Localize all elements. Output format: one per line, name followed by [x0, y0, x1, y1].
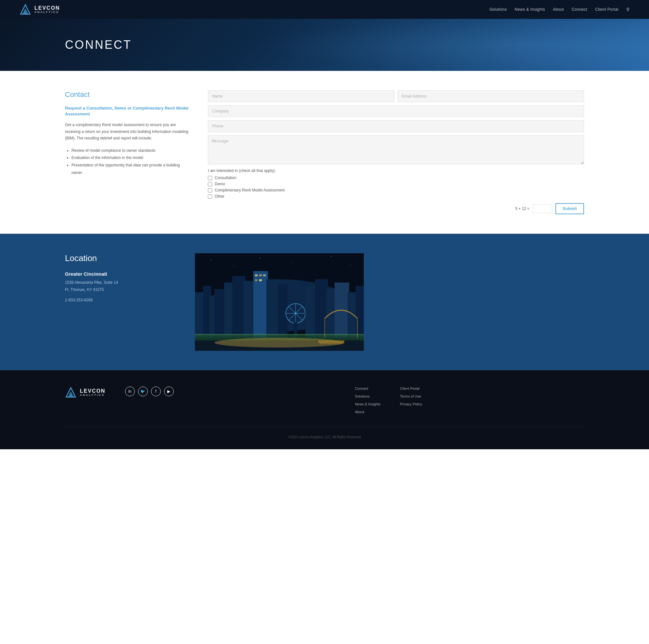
checkbox-revit[interactable]: Complimentary Revit Model Assessment	[208, 188, 584, 193]
email-input[interactable]	[398, 90, 584, 102]
svg-point-6	[260, 258, 260, 258]
location-title: Location	[65, 253, 175, 263]
checkbox-input-consultation[interactable]	[208, 176, 212, 180]
address-line2: Ft. Thomas, KY 41075	[65, 287, 104, 292]
footer-logo-sub: ANALYTICS	[80, 394, 105, 397]
location-phone: 1-833-253-8266	[65, 298, 175, 302]
svg-rect-20	[259, 274, 262, 276]
svg-rect-34	[315, 279, 328, 338]
location-address: 1538 Alexandria Pike, Suite 14 Ft. Thoma…	[65, 279, 175, 293]
checkbox-other[interactable]: Other	[208, 194, 584, 199]
phone-input[interactable]	[208, 120, 584, 132]
contact-form: I am interested in (check all that apply…	[208, 90, 584, 214]
footer-logo-icon	[65, 387, 77, 398]
contact-info: Contact Request a Consultation, Demo or …	[65, 90, 188, 214]
main-content: Contact Request a Consultation, Demo or …	[0, 71, 649, 234]
svg-rect-19	[255, 274, 258, 276]
list-item: Presentation of the opportunity that dat…	[72, 162, 188, 176]
checkbox-demo[interactable]: Demo	[208, 182, 584, 186]
svg-rect-22	[255, 279, 258, 281]
footer-links: Connect Solutions News & Insights About …	[193, 387, 584, 414]
footer-top: LEVCON ANALYTICS in 🐦 f ▶ Connect Soluti…	[65, 387, 584, 414]
footer-link-connect[interactable]: Connect	[355, 387, 381, 391]
footer-link-solutions[interactable]: Solutions	[355, 394, 381, 398]
svg-rect-16	[232, 276, 245, 338]
footer-bottom: ©2021 Levcon Analytics, LLC, All Rights …	[65, 427, 584, 440]
checkbox-label-demo: Demo	[215, 182, 225, 186]
site-footer: LEVCON ANALYTICS in 🐦 f ▶ Connect Soluti…	[0, 370, 649, 449]
facebook-icon[interactable]: f	[151, 387, 161, 396]
footer-link-news[interactable]: News & Insights	[355, 402, 381, 406]
city-image	[195, 253, 364, 351]
address-line1: 1538 Alexandria Pike, Suite 14	[65, 280, 118, 285]
checkbox-label-other: Other	[215, 194, 224, 199]
footer-logo-name: LEVCON	[80, 389, 105, 394]
message-input[interactable]	[208, 135, 584, 164]
twitter-icon[interactable]: 🐦	[138, 387, 148, 396]
interest-label: I am interested in (check all that apply…	[208, 168, 584, 173]
submit-button[interactable]: Submit	[556, 203, 584, 214]
svg-rect-24	[266, 279, 279, 338]
list-item: Evaluation of the information in the mod…	[72, 154, 188, 162]
contact-subtitle: Request a Consultation, Demo or Complime…	[65, 105, 188, 117]
logo-sub: ANALYTICS	[34, 11, 60, 14]
checkbox-input-other[interactable]	[208, 194, 212, 199]
footer-col-1: Connect Solutions News & Insights About	[355, 387, 381, 414]
nav-solutions[interactable]: Solutions	[489, 7, 507, 12]
logo[interactable]: LEVCON ANALYTICS	[19, 4, 60, 15]
checkbox-consultation[interactable]: Consultation	[208, 175, 584, 180]
svg-point-7	[292, 263, 293, 263]
main-nav: Solutions News & Insights About Connect …	[489, 7, 630, 12]
footer-col-2: Client Portal Terms of Use Privacy Polic…	[400, 387, 422, 414]
location-map	[195, 253, 364, 351]
skyline-svg	[195, 253, 364, 351]
footer-logo[interactable]: LEVCON ANALYTICS	[65, 387, 105, 398]
linkedin-icon[interactable]: in	[125, 387, 135, 396]
captcha-input[interactable]	[533, 204, 552, 213]
name-input[interactable]	[208, 90, 394, 102]
svg-rect-42	[318, 340, 344, 343]
list-item: Review of model compliance to owner stan…	[72, 147, 188, 154]
location-city: Greater Cincinnati	[65, 271, 175, 277]
contact-list: Review of model compliance to owner stan…	[65, 147, 188, 176]
captcha-row: 5 + 12 = Submit	[208, 203, 584, 214]
checkbox-input-revit[interactable]	[208, 188, 212, 193]
footer-link-about[interactable]: About	[355, 410, 381, 414]
svg-point-8	[331, 256, 332, 257]
location-section: Location Greater Cincinnati 1538 Alexand…	[0, 234, 649, 370]
checkbox-label-revit: Complimentary Revit Model Assessment	[215, 188, 285, 193]
contact-description: Get a complimentary Revit model assessme…	[65, 122, 188, 142]
search-icon[interactable]: ⚲	[626, 7, 630, 12]
svg-point-9	[350, 264, 351, 265]
svg-rect-44	[195, 334, 364, 335]
nav-client-portal[interactable]: Client Portal	[595, 7, 618, 12]
captcha-text: 5 + 12 =	[515, 206, 529, 211]
nav-about[interactable]: About	[553, 7, 564, 12]
logo-name: LEVCON	[34, 5, 60, 11]
svg-rect-23	[259, 279, 262, 281]
svg-rect-38	[356, 286, 364, 338]
hero-section: CONNECT	[0, 19, 649, 71]
nav-connect[interactable]: Connect	[572, 7, 587, 12]
svg-point-5	[233, 266, 234, 267]
footer-link-privacy[interactable]: Privacy Policy	[400, 402, 422, 406]
contact-title: Contact	[65, 90, 188, 99]
svg-rect-17	[244, 281, 255, 338]
location-info: Location Greater Cincinnati 1538 Alexand…	[65, 253, 175, 302]
svg-rect-33	[305, 286, 317, 338]
svg-rect-14	[214, 289, 226, 338]
youtube-icon[interactable]: ▶	[164, 387, 174, 396]
svg-rect-43	[320, 343, 343, 344]
nav-news[interactable]: News & Insights	[515, 7, 546, 12]
footer-link-terms[interactable]: Terms of Use	[400, 394, 422, 398]
logo-icon	[19, 4, 31, 15]
footer-link-client-portal[interactable]: Client Portal	[400, 387, 422, 391]
site-header: LEVCON ANALYTICS Solutions News & Insigh…	[0, 0, 649, 19]
svg-rect-21	[263, 274, 266, 276]
svg-point-4	[211, 259, 211, 260]
copyright-text: ©2021 Levcon Analytics, LLC, All Rights …	[288, 435, 361, 439]
checkbox-input-demo[interactable]	[208, 182, 212, 186]
page-title: CONNECT	[65, 38, 132, 52]
checkbox-label-consultation: Consultation	[215, 175, 236, 180]
company-input[interactable]	[208, 105, 584, 117]
